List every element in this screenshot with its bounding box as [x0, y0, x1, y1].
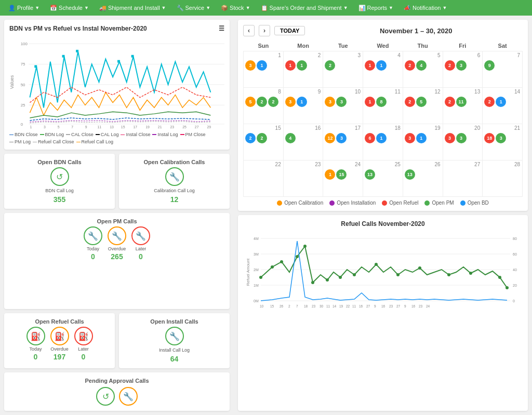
calendar-day-cell[interactable]: 2613 [403, 160, 443, 197]
nav-shipment[interactable]: 🚚 Shipment and Install ▼ [95, 3, 170, 13]
refuel-overdue-icon[interactable]: ⛽ [50, 327, 69, 345]
badge-green[interactable]: 4 [285, 133, 296, 143]
badge-blue[interactable]: 1 [376, 60, 387, 71]
badge-green[interactable]: 11 [456, 97, 467, 107]
badge-green[interactable]: 13 [365, 169, 375, 180]
badge-red[interactable]: 6 [365, 133, 375, 143]
calendar-day-cell[interactable]: 28 [483, 160, 523, 197]
calendar-day-cell[interactable]: 1522 [244, 124, 284, 160]
calendar-day-cell[interactable]: 164 [283, 124, 323, 160]
badge-orange[interactable]: 3 [245, 60, 256, 71]
calendar-day-cell[interactable]: 17123 [323, 124, 363, 160]
pm-later-icon[interactable]: 🔧 [131, 226, 150, 245]
badge-green[interactable]: 3 [336, 97, 347, 107]
badge-red[interactable]: 2 [405, 60, 415, 71]
refuel-later-icon[interactable]: ⛽ [74, 327, 93, 345]
pm-today-icon[interactable]: 🔧 [84, 226, 102, 245]
calendar-day-cell[interactable]: 1033 [323, 88, 363, 124]
open-refuel-title: Open Refuel Calls [35, 318, 84, 325]
legend-cal-close: CAL Close [66, 132, 94, 137]
badge-red[interactable]: 1 [365, 60, 375, 71]
nav-spares[interactable]: 📋 Spare's Order and Shipment ▼ [257, 3, 352, 13]
calendar-day-cell[interactable]: 411 [363, 51, 403, 88]
nav-reports[interactable]: 📊 Reports ▼ [354, 3, 397, 13]
badge-green[interactable]: 15 [336, 169, 347, 180]
cal-next-button[interactable]: › [259, 25, 270, 36]
badge-blue[interactable]: 1 [416, 133, 427, 143]
calendar-day-cell[interactable]: 23 [283, 160, 323, 197]
badge-green[interactable]: 4 [416, 60, 427, 71]
calendar-day-cell[interactable]: 2513 [363, 160, 403, 197]
calendar-day-cell[interactable]: 2033 [443, 124, 483, 160]
badge-blue[interactable]: 3 [336, 133, 347, 143]
pending-icon-2[interactable]: 🔧 [119, 387, 138, 406]
badge-blue[interactable]: 1 [376, 133, 387, 143]
calendar-day-cell[interactable]: 32 [323, 51, 363, 88]
badge-green[interactable]: 3 [456, 133, 467, 143]
calendar-day-cell[interactable]: 24115 [323, 160, 363, 197]
badge-red[interactable]: 2 [405, 97, 415, 107]
badge-orange[interactable]: 3 [285, 97, 296, 107]
cal-prev-button[interactable]: ‹ [243, 25, 255, 36]
badge-blue[interactable]: 1 [297, 97, 307, 107]
calendar-day-cell[interactable]: 21183 [483, 124, 523, 160]
calendar-day-cell[interactable]: 27 [443, 160, 483, 197]
badge-green[interactable]: 9 [484, 60, 495, 71]
badge-red[interactable]: 2 [445, 60, 455, 71]
badge-green[interactable]: 5 [416, 97, 427, 107]
nav-service[interactable]: 🔧 Service ▼ [172, 3, 215, 13]
calendar-day-cell[interactable]: 1225 [403, 88, 443, 124]
badge-blue[interactable]: 1 [257, 60, 267, 71]
day-number: 12 [434, 89, 440, 95]
badge-green[interactable]: 2 [257, 97, 267, 107]
badge-green[interactable]: 3 [456, 60, 467, 71]
badge-green[interactable]: 13 [405, 169, 415, 180]
today-button[interactable]: TODAY [274, 26, 305, 35]
bdn-icon[interactable]: ↺ [50, 167, 69, 186]
badge-green[interactable]: 2 [257, 133, 267, 143]
calendar-day-cell[interactable]: 623 [443, 51, 483, 88]
calendar-day-cell[interactable]: 1861 [363, 124, 403, 160]
badge-orange[interactable]: 1 [325, 169, 335, 180]
calendar-day-cell[interactable]: 13211 [443, 88, 483, 124]
badge-orange[interactable]: 5 [245, 97, 256, 107]
badge-red[interactable]: 2 [445, 97, 455, 107]
badge-red[interactable]: 2 [484, 97, 495, 107]
badge-orange[interactable]: 12 [325, 133, 335, 143]
badge-green[interactable]: 8 [376, 97, 387, 107]
badge-red[interactable]: 1 [365, 97, 375, 107]
badge-red[interactable]: 1 [285, 60, 296, 71]
pm-overdue-icon[interactable]: 🔧 [108, 226, 126, 245]
nav-stock[interactable]: 📦 Stock ▼ [217, 3, 254, 13]
pm-today-value: 0 [91, 252, 95, 261]
calendar-day-cell[interactable]: 1118 [363, 88, 403, 124]
badge-blue[interactable]: 2 [245, 133, 256, 143]
calendar-day-cell[interactable]: 1421 [483, 88, 523, 124]
calendar-day-cell[interactable]: 211 [283, 51, 323, 88]
nav-schedule[interactable]: 📅 Schedule ▼ [46, 3, 93, 13]
calendar-day-cell[interactable]: 79 [483, 51, 523, 88]
badge-red[interactable]: 3 [445, 133, 455, 143]
install-icon[interactable]: 🔧 [165, 327, 184, 345]
badge-green[interactable]: 2 [325, 60, 335, 71]
nav-notification[interactable]: 📣 Notification ▼ [400, 3, 451, 13]
badge-green[interactable]: 3 [496, 133, 506, 143]
badge-blue[interactable]: 1 [496, 97, 506, 107]
calendar-day-cell[interactable]: 931 [283, 88, 323, 124]
badge-orange[interactable]: 3 [325, 97, 335, 107]
calendar-day-cell[interactable]: 1931 [403, 124, 443, 160]
chart-menu-icon[interactable]: ☰ [219, 25, 224, 32]
badge-green[interactable]: 2 [268, 97, 278, 107]
pending-icon-1[interactable]: ↺ [96, 387, 115, 406]
calendar-day-cell[interactable]: 8522 [244, 88, 284, 124]
badge-green[interactable]: 1 [297, 60, 307, 71]
badge-red[interactable]: 3 [405, 133, 415, 143]
calendar-day-cell[interactable]: 22 [244, 160, 284, 197]
day-number: 28 [514, 162, 520, 167]
calendar-day-cell[interactable]: 131 [244, 51, 284, 88]
nav-profile[interactable]: 👤 Profile ▼ [4, 3, 44, 13]
refuel-today-icon[interactable]: ⛽ [26, 327, 45, 345]
badge-red[interactable]: 18 [484, 133, 495, 143]
calendar-day-cell[interactable]: 524 [403, 51, 443, 88]
cal-icon[interactable]: 🔧 [165, 167, 184, 186]
